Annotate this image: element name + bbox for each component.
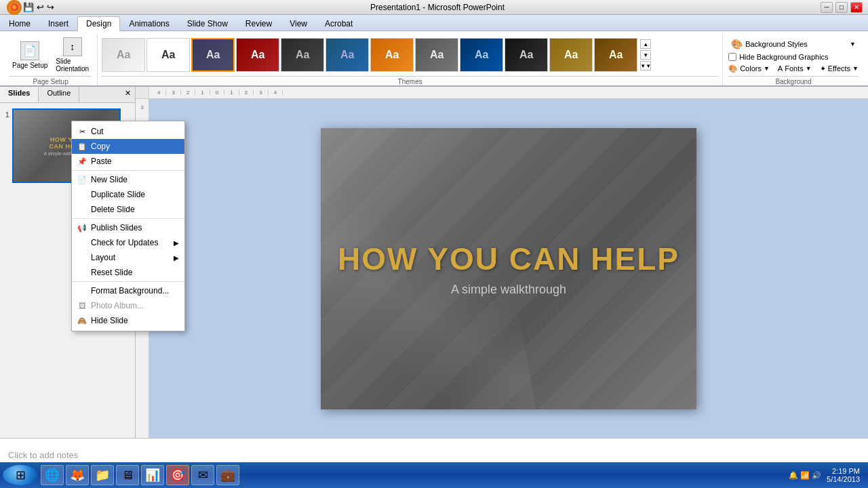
ctx-delete-slide[interactable]: Delete Slide [72,202,184,217]
title-bar: ⭕ 💾 ↩ ↪ Presentation1 - Microsoft PowerP… [0,0,868,15]
slide-orientation-button[interactable]: ↕ SlideOrientation [53,35,92,75]
systray-icons: 🔔 📶 🔊 [789,471,821,480]
hide-slide-icon: 🙈 [76,314,88,327]
undo-quick-btn[interactable]: ↩ [37,2,44,12]
redo-quick-btn[interactable]: ↪ [47,2,54,12]
paste-icon: 📌 [76,155,88,167]
theme-10[interactable]: Aa [505,38,548,72]
themes-group: Aa Aa Aa Aa Aa Aa Aa Aa Aa Aa Aa Aa ▲ ▼ … [98,34,723,85]
close-button[interactable]: ✕ [850,2,863,13]
notes-placeholder: Click to add notes [8,450,78,460]
slide-subtitle: A simple walkthrough [451,283,566,297]
ctx-reset-slide[interactable]: Reset Slide [72,265,184,280]
theme-2[interactable]: Aa [146,38,190,72]
taskbar-firefox-btn[interactable]: 🦊 [66,465,89,485]
taskbar-explorer-btn[interactable]: 📁 [91,465,114,485]
theme-8[interactable]: Aa [415,38,458,72]
background-group: 🎨 Background Styles ▼ Hide Background Gr… [723,34,864,85]
theme-5[interactable]: Aa [281,38,324,72]
tab-design[interactable]: Design [77,16,120,31]
taskbar-other-btn[interactable]: 💼 [216,465,239,485]
tab-acrobat[interactable]: Acrobat [316,16,361,30]
theme-default[interactable]: Aa [102,38,145,72]
start-button[interactable]: ⊞ [3,465,38,485]
new-slide-icon: 📄 [76,174,88,186]
taskbar-right: 🔔 📶 🔊 2:19 PM 5/14/2013 [789,467,865,483]
ctx-format-background[interactable]: Format Background... [72,283,184,298]
ctx-cut[interactable]: ✂ Cut [72,124,184,139]
submenu-arrow-layout: ▶ [174,254,179,262]
theme-11[interactable]: Aa [549,38,593,72]
submenu-arrow-check: ▶ [174,239,179,247]
clock: 2:19 PM 5/14/2013 [827,467,860,483]
ctx-sep-1 [72,170,184,171]
tab-review[interactable]: Review [237,16,281,30]
save-quick-btn[interactable]: 💾 [23,2,34,12]
effects-button[interactable]: ✦Effects▼ [820,64,859,73]
background-styles-button[interactable]: 🎨 Background Styles ▼ [728,37,859,51]
fonts-button[interactable]: AFonts▼ [778,64,812,73]
page-setup-button[interactable]: 📄 Page Setup [9,39,50,72]
slides-tab[interactable]: Slides [0,87,39,102]
page-setup-group: 📄 Page Setup ↕ SlideOrientation Page Set… [4,34,98,85]
slide: HOW YOU CAN HELP A simple walkthrough [321,128,696,409]
slide-workspace-area: 3210123 HOW YOU CAN HELP A simple walkth… [136,99,868,438]
themes-group-label: Themes [102,76,718,85]
ctx-copy[interactable]: 📋 Copy [72,139,184,154]
colors-button[interactable]: 🎨Colors▼ [728,64,770,73]
taskbar-excel-btn[interactable]: 📊 [141,465,164,485]
tab-view[interactable]: View [281,16,316,30]
panel-tabs: Slides Outline ✕ [0,87,135,103]
publish-icon: 📢 [76,222,88,234]
taskbar-media-btn[interactable]: 🖥 [116,465,139,485]
ctx-publish-slides[interactable]: 📢 Publish Slides [72,220,184,235]
tab-slide-show[interactable]: Slide Show [178,16,237,30]
window-title: Presentation1 - Microsoft PowerPoint [54,3,821,12]
app: ⭕ 💾 ↩ ↪ Presentation1 - Microsoft PowerP… [0,0,868,488]
ctx-duplicate-slide[interactable]: Duplicate Slide [72,187,184,202]
theme-7[interactable]: Aa [370,38,414,72]
tab-animations[interactable]: Animations [120,16,178,30]
window-controls: ─ □ ✕ [821,2,863,13]
ribbon-tabs: Home Insert Design Animations Slide Show… [0,15,868,31]
minimize-button[interactable]: ─ [821,2,833,13]
ctx-check-updates[interactable]: Check for Updates ▶ [72,235,184,250]
slide-container[interactable]: HOW YOU CAN HELP A simple walkthrough [149,99,868,438]
outline-tab[interactable]: Outline [39,87,79,102]
tab-home[interactable]: Home [0,16,39,30]
ctx-sep-2 [72,218,184,219]
duplicate-icon [76,188,88,201]
hide-background-label: Hide Background Graphics [739,53,828,61]
delete-icon [76,203,88,216]
theme-12[interactable]: Aa [594,38,637,72]
ctx-hide-slide[interactable]: 🙈 Hide Slide [72,313,184,328]
horizontal-ruler: 4 3 2 1 0 1 2 3 4 [136,87,868,99]
ctx-paste[interactable]: 📌 Paste [72,154,184,169]
slide-title: HOW YOU CAN HELP [338,241,679,277]
ctx-photo-album: 🖼 Photo Album... [72,298,184,313]
photo-icon: 🖼 [76,300,88,312]
taskbar-ie-btn[interactable]: 🌐 [41,465,64,485]
ctx-layout[interactable]: Layout ▶ [72,250,184,265]
check-updates-icon [76,237,88,249]
tab-insert[interactable]: Insert [39,16,77,30]
maximize-button[interactable]: □ [835,2,848,13]
taskbar-word-btn[interactable]: ✉ [191,465,214,485]
panel-close-button[interactable]: ✕ [121,87,135,102]
background-group-label: Background [728,76,859,85]
theme-apex[interactable]: Aa [191,38,235,72]
main-area: Slides Outline ✕ 1 HOW YOUCAN HELP A sim… [0,87,868,438]
theme-4[interactable]: Aa [236,38,279,72]
ribbon-content: 📄 Page Setup ↕ SlideOrientation Page Set… [0,31,868,87]
theme-9[interactable]: Aa [460,38,503,72]
layout-icon [76,251,88,264]
ctx-new-slide[interactable]: 📄 New Slide [72,172,184,187]
taskbar-ppt-btn[interactable]: 🎯 [166,465,189,485]
hide-background-checkbox[interactable] [728,53,736,61]
format-bg-icon [76,285,88,297]
theme-6[interactable]: Aa [326,38,369,72]
office-button[interactable]: ⭕ [7,0,22,15]
quick-access-toolbar: 💾 ↩ ↪ [23,2,54,12]
themes-scroll[interactable]: ▲ ▼ ▼▼ [640,39,651,70]
copy-icon: 📋 [76,140,88,152]
